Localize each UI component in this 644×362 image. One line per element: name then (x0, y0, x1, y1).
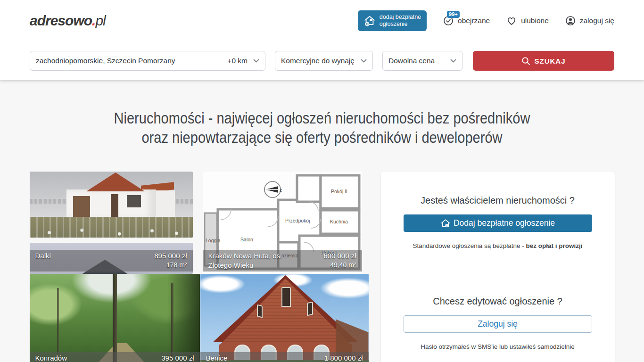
edit-panel-title: Chcesz edytować ogłoszenie ? (381, 275, 615, 307)
main: Nieruchomości - najwięcej ogłoszeń nieru… (0, 80, 644, 362)
room-label-kuchnia: Kuchnia (330, 219, 348, 224)
listing-price: 395 000 zł (161, 354, 194, 362)
add-listing-button[interactable]: dodaj bezpłatne ogłoszenie (358, 10, 427, 31)
svg-text:z: z (280, 188, 282, 193)
listing-photo (30, 274, 200, 362)
owner-panel-title: Jesteś właścicielem nieruchomości ? (381, 172, 615, 206)
listing-card-krakow[interactable]: z Loggia Salon Przedpokój Kuchnia Pokój … (203, 172, 362, 274)
favorites-button[interactable]: ulubione (506, 15, 549, 26)
listing-card-dalki[interactable]: Dalki 895 000 zł 178 m² (30, 172, 193, 274)
listing-name: Benice (206, 354, 228, 362)
room-label-pokoj2: Pokój II (331, 189, 347, 194)
listing-card-konradow[interactable]: Konradów 395 000 zł (30, 274, 200, 362)
chevron-down-icon (253, 59, 259, 63)
content: Dalki 895 000 zł 178 m² (30, 172, 615, 362)
logo-main: adresowo (30, 13, 92, 28)
listing-name: Kraków Nowa Huta, os. Złotego Wieku (208, 251, 294, 270)
page-title: Nieruchomości - najwięcej ogłoszeń nieru… (39, 108, 605, 147)
search-bar: zachodniopomorskie, Szczecin Pomorzany +… (0, 41, 644, 80)
listing-caption: Benice 1 800 000 zł (200, 352, 369, 362)
add-listing-label: dodaj bezpłatne ogłoszenie (380, 14, 421, 28)
listing-price: 1 800 000 zł (324, 354, 363, 362)
logo-tld: pl (95, 13, 105, 28)
listing-price: 895 000 zł (154, 251, 187, 261)
listing-caption: Kraków Nowa Huta, os. Złotego Wieku 600 … (203, 250, 362, 272)
location-value: zachodniopomorskie, Szczecin Pomorzany (36, 57, 175, 65)
sidebar-login-label: Zaloguj się (478, 319, 518, 329)
edit-note: Hasło otrzymałeś w SMS'ie lub ustawiłeś … (381, 343, 615, 350)
logo[interactable]: adresowo.pl (30, 13, 106, 29)
price-value: Dowolna cena (388, 57, 435, 65)
sidebar-add-listing-label: Dodaj bezpłatne ogłoszenie (454, 218, 555, 228)
room-label-loggia: Loggia (206, 238, 221, 243)
room-label-przedpokoj: Przedpokój (285, 218, 310, 223)
listing-caption: Dalki 895 000 zł 178 m² (30, 250, 193, 272)
price-select[interactable]: Dowolna cena (382, 51, 462, 71)
check-circle-icon: 99+ (443, 15, 454, 26)
user-icon (565, 15, 576, 26)
compass-icon: z (264, 181, 282, 197)
chevron-down-icon (361, 59, 367, 63)
listing-caption: Konradów 395 000 zł (30, 352, 200, 362)
search-button[interactable]: SZUKAJ (473, 51, 614, 71)
radius-value[interactable]: +0 km (227, 57, 248, 65)
listing-area: 49,40 m² (323, 261, 356, 270)
listing-photo (30, 172, 193, 238)
viewed-button[interactable]: 99+ obejrzane (443, 15, 490, 26)
favorites-label: ulubione (521, 16, 549, 25)
search-icon (521, 57, 530, 66)
login-label: zaloguj się (580, 16, 614, 25)
room-label-salon: Salon (240, 237, 253, 242)
house-add-icon (363, 15, 376, 27)
listing-area: 178 m² (154, 261, 187, 270)
sidebar: Jesteś właścicielem nieruchomości ? Doda… (381, 172, 615, 362)
listing-name: Konradów (35, 354, 67, 362)
heart-icon (506, 15, 517, 26)
page: adresowo.pl dodaj bezpłatne ogłoszenie (0, 0, 644, 362)
listing-card-benice[interactable]: Benice 1 800 000 zł (200, 274, 369, 362)
login-button[interactable]: zaloguj się (565, 15, 614, 26)
listing-grid: Dalki 895 000 zł 178 m² (30, 172, 369, 362)
listing-price: 600 000 zł (323, 251, 356, 261)
category-value: Komercyjne do wynaję (281, 57, 355, 65)
owner-note: Standardowe ogłoszenia są bezpłatne - be… (381, 242, 615, 249)
location-input[interactable]: zachodniopomorskie, Szczecin Pomorzany +… (30, 51, 265, 71)
header: adresowo.pl dodaj bezpłatne ogłoszenie (0, 0, 644, 41)
viewed-label: obejrzane (458, 16, 490, 25)
category-select[interactable]: Komercyjne do wynaję (275, 51, 373, 71)
sidebar-add-listing-button[interactable]: Dodaj bezpłatne ogłoszenie (404, 214, 592, 232)
listing-photo (200, 274, 369, 362)
sidebar-login-button[interactable]: Zaloguj się (404, 315, 592, 333)
chevron-down-icon (450, 59, 456, 63)
listing-name: Dalki (35, 251, 51, 270)
house-add-icon (440, 218, 451, 229)
search-button-label: SZUKAJ (534, 57, 565, 65)
header-actions: dodaj bezpłatne ogłoszenie 99+ obejrzane (358, 10, 614, 31)
viewed-badge: 99+ (447, 11, 460, 18)
